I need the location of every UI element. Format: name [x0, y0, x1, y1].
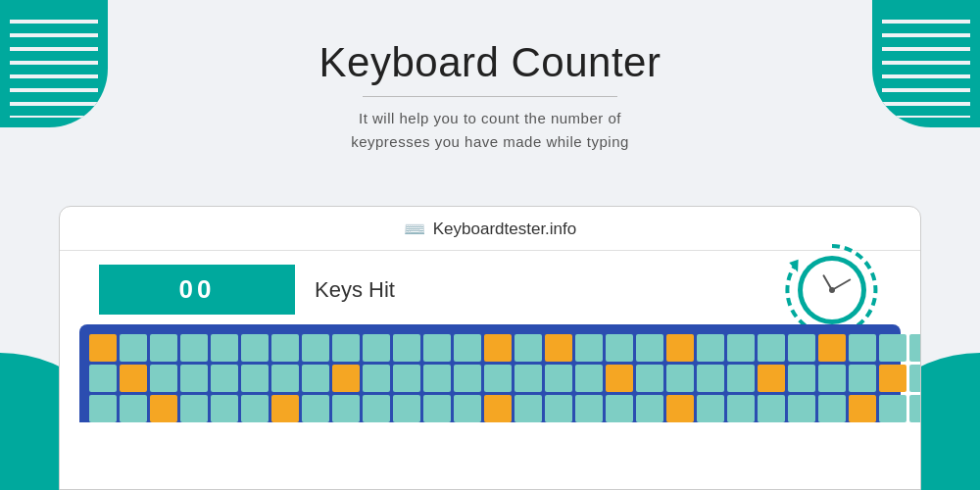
- kb-key: [150, 365, 177, 392]
- kb-key: [180, 334, 208, 362]
- kb-key: [393, 334, 420, 362]
- kb-key: [879, 365, 906, 392]
- kb-key: [545, 334, 572, 362]
- kb-key: [484, 395, 512, 422]
- kb-key: [666, 334, 694, 362]
- kb-key: [909, 334, 921, 362]
- kb-key: [606, 334, 633, 362]
- kb-key: [758, 334, 785, 362]
- kb-key: [758, 395, 785, 422]
- kb-key: [180, 395, 208, 422]
- kb-key: [879, 334, 906, 362]
- kb-key: [606, 395, 633, 422]
- kb-key: [727, 334, 755, 362]
- kb-key: [211, 395, 238, 422]
- site-name: Keyboardtester.info: [433, 220, 576, 239]
- kb-key: [332, 395, 360, 422]
- kb-row-3: [89, 395, 891, 422]
- kb-key: [545, 395, 572, 422]
- kb-key: [818, 334, 846, 362]
- kb-key: [606, 365, 633, 392]
- clock-center: [829, 287, 835, 293]
- kb-key: [271, 334, 299, 362]
- kb-key: [89, 365, 117, 392]
- svg-marker-0: [789, 260, 803, 274]
- subtitle: It will help you to count the number of …: [0, 107, 980, 154]
- kb-key: [180, 365, 208, 392]
- kb-key: [393, 365, 420, 392]
- kb-key: [363, 334, 390, 362]
- kb-key: [150, 334, 177, 362]
- kb-key: [758, 365, 785, 392]
- kb-key: [332, 334, 360, 362]
- kb-key: [697, 395, 724, 422]
- kb-key: [241, 395, 269, 422]
- kb-key: [849, 395, 876, 422]
- keys-hit-label: Keys Hit: [315, 277, 395, 303]
- kb-key: [636, 365, 663, 392]
- kb-key: [211, 365, 238, 392]
- kb-row-2: [89, 365, 891, 392]
- kb-key: [363, 395, 390, 422]
- kb-key: [484, 334, 512, 362]
- keyboard-icon: ⌨️: [404, 219, 425, 240]
- kb-key: [423, 365, 451, 392]
- kb-key: [727, 395, 755, 422]
- kb-key: [423, 395, 451, 422]
- kb-key: [302, 395, 329, 422]
- main-card: ⌨️ Keyboardtester.info 00 Keys Hit: [59, 206, 921, 490]
- kb-key: [697, 334, 724, 362]
- kb-key: [849, 334, 876, 362]
- kb-key: [271, 395, 299, 422]
- page-title: Keyboard Counter: [0, 39, 980, 86]
- kb-key: [150, 395, 177, 422]
- kb-key: [666, 365, 694, 392]
- kb-key: [909, 395, 921, 422]
- kb-key: [849, 365, 876, 392]
- keyboard-visual: [79, 324, 901, 422]
- kb-key: [879, 395, 906, 422]
- kb-key: [788, 334, 815, 362]
- kb-key: [393, 395, 420, 422]
- page-header: Keyboard Counter It will help you to cou…: [0, 0, 980, 154]
- kb-key: [575, 334, 603, 362]
- kb-key: [545, 365, 572, 392]
- kb-key: [788, 395, 815, 422]
- kb-key: [211, 334, 238, 362]
- kb-key: [697, 365, 724, 392]
- kb-key: [332, 365, 360, 392]
- kb-key: [818, 365, 846, 392]
- kb-key: [636, 334, 663, 362]
- kb-key: [89, 395, 117, 422]
- kb-key: [241, 365, 269, 392]
- counter-row: 00 Keys Hit: [60, 251, 920, 324]
- kb-key: [454, 334, 481, 362]
- kb-key: [575, 395, 603, 422]
- kb-key: [423, 334, 451, 362]
- kb-row-1: [89, 334, 891, 362]
- subtitle-line2: keypresses you have made while typing: [351, 133, 629, 150]
- kb-key: [454, 365, 481, 392]
- kb-key: [120, 334, 147, 362]
- kb-key: [454, 395, 481, 422]
- kb-key: [514, 334, 542, 362]
- kb-key: [120, 365, 147, 392]
- kb-key: [302, 334, 329, 362]
- title-divider: [363, 96, 617, 97]
- kb-key: [818, 395, 846, 422]
- kb-key: [302, 365, 329, 392]
- kb-key: [363, 365, 390, 392]
- kb-key: [120, 395, 147, 422]
- clock-hands: [803, 261, 861, 319]
- kb-key: [89, 334, 117, 362]
- kb-key: [514, 395, 542, 422]
- subtitle-line1: It will help you to count the number of: [359, 110, 621, 126]
- kb-key: [271, 365, 299, 392]
- kb-key: [241, 334, 269, 362]
- kb-key: [727, 365, 755, 392]
- kb-key: [636, 395, 663, 422]
- kb-key: [666, 395, 694, 422]
- kb-key: [788, 365, 815, 392]
- kb-key: [514, 365, 542, 392]
- counter-display: 00: [99, 265, 295, 315]
